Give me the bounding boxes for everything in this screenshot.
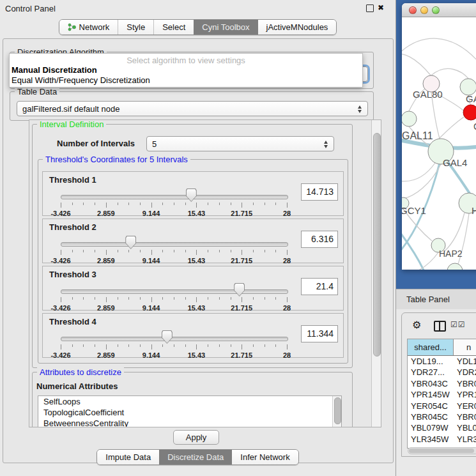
apply-button[interactable]: Apply — [173, 430, 219, 445]
list-item[interactable]: SelfLoops — [38, 396, 341, 407]
tick-mark — [253, 344, 254, 347]
table-row[interactable]: YBR045CYBR0 — [408, 411, 476, 422]
threshold-slider[interactable]: -3.4262.8599.14415.4321.71528 — [43, 283, 298, 310]
desktop: Control Panel ✖ NetworkStyleSelectCyni T… — [0, 0, 476, 476]
threshold-label: Threshold 3 — [49, 270, 96, 279]
minimize-traffic-light-icon[interactable] — [420, 6, 428, 14]
scrollbar-thumb[interactable] — [373, 133, 381, 357]
tick-mark — [265, 203, 265, 205]
tick-mark — [151, 250, 152, 255]
table-row[interactable]: YDR27...YDR2 — [408, 367, 476, 378]
network-node[interactable] — [463, 105, 476, 120]
spinner-arrows-icon — [358, 105, 362, 114]
table-row[interactable]: YBR043CYBR0 — [408, 378, 476, 389]
list-scrollbar[interactable] — [332, 396, 341, 427]
network-node[interactable] — [447, 263, 463, 270]
scrollbar-thumb[interactable] — [334, 397, 341, 424]
zoom-traffic-light-icon[interactable] — [432, 6, 440, 14]
tab-style[interactable]: Style — [118, 20, 153, 35]
close-traffic-light-icon[interactable] — [409, 6, 417, 14]
select-columns-checkboxes-icon[interactable]: ☑☑ — [450, 320, 466, 329]
tick-mark — [128, 203, 129, 205]
slider-track[interactable] — [61, 337, 288, 341]
tick-mark — [83, 250, 84, 252]
column-header-name[interactable]: n — [454, 339, 476, 355]
float-window-icon[interactable] — [366, 4, 374, 12]
tick-mark — [275, 344, 276, 347]
columns-icon[interactable] — [434, 321, 446, 332]
gear-icon[interactable]: ⚙ — [412, 319, 421, 331]
dropdown-option-equal-width-frequency[interactable]: Equal Width/Frequency Discretization — [12, 75, 150, 85]
slider-thumb[interactable] — [162, 330, 173, 344]
table-row[interactable]: YLR345WYLR3 — [408, 434, 476, 445]
settings-scroll-area: Interval Definition Number of Intervals … — [29, 119, 381, 427]
vertical-scrollbar[interactable] — [371, 120, 381, 427]
table-cell-shared-name: YDL19... — [408, 356, 454, 367]
tab-cyni-toolbox[interactable]: Cyni Toolbox — [194, 20, 257, 35]
group-title: Interval Definition — [37, 119, 106, 129]
tab-label: Cyni Toolbox — [202, 22, 249, 32]
tick-mark — [287, 250, 288, 255]
tick-label: 28 — [283, 210, 291, 217]
tick-mark — [185, 297, 186, 300]
list-item[interactable]: TopologicalCoefficient — [38, 407, 341, 418]
slider-thumb[interactable] — [186, 188, 197, 202]
tab-infer-network[interactable]: Infer Network — [232, 450, 298, 464]
network-edge — [439, 117, 464, 139]
threshold-value-field[interactable]: 21.4 — [301, 278, 338, 295]
table-cell-shared-name: YDR27... — [408, 367, 454, 378]
tick-label: -3.426 — [50, 257, 70, 265]
tick-label: 15.43 — [188, 210, 206, 217]
column-header-shared-name[interactable]: shared... — [408, 339, 454, 355]
slider-thumb-face — [234, 284, 244, 296]
tab-discretize-data[interactable]: Discretize Data — [159, 450, 232, 464]
tick-mark — [275, 250, 276, 252]
network-edge — [444, 213, 464, 252]
slider-track[interactable] — [61, 195, 288, 199]
slider-thumb[interactable] — [234, 283, 245, 296]
table-row[interactable]: YPR145WYPR1 — [408, 389, 476, 400]
number-of-intervals-select[interactable]: 5 — [146, 136, 334, 151]
threshold-3-panel: Threshold 3-3.4262.8599.14415.4321.71528… — [42, 266, 344, 311]
tab-impute-data[interactable]: Impute Data — [97, 450, 159, 464]
tick-mark — [196, 203, 197, 208]
network-node[interactable] — [402, 111, 417, 127]
threshold-value-field[interactable]: 14.713 — [301, 183, 338, 201]
table-cell-name: YER0 — [454, 401, 476, 411]
tick-mark — [287, 344, 288, 349]
network-canvas[interactable]: GAL80GALCGAL11GAL4GCY1HHAP2 — [402, 17, 476, 270]
close-icon[interactable]: ✖ — [378, 3, 384, 12]
table-cell-shared-name: YBL079W — [408, 422, 454, 433]
tick-mark — [265, 297, 265, 300]
table-row[interactable]: YER054CYER0 — [408, 401, 476, 411]
tick-mark — [231, 297, 231, 300]
network-edge — [402, 228, 425, 270]
table-row[interactable]: YBL079WYBL0 — [408, 422, 476, 433]
numerical-attributes-list[interactable]: SelfLoopsTopologicalCoefficientBetweenne… — [38, 395, 342, 427]
algorithm-dropdown-popup: Select algorithm to view settings Manual… — [9, 53, 363, 88]
table-data-select[interactable]: galFiltered.sif default node — [17, 101, 368, 116]
tick-mark — [287, 203, 288, 208]
number-of-intervals-value: 5 — [152, 139, 157, 149]
node-label: H — [472, 205, 476, 216]
tab-network[interactable]: Network — [59, 20, 118, 35]
tick-mark — [61, 250, 61, 255]
dropdown-option-manual-discretization[interactable]: Manual Discretization — [12, 65, 97, 75]
threshold-value-field[interactable]: 11.344 — [301, 325, 338, 342]
tick-label: -3.426 — [50, 210, 70, 217]
threshold-slider[interactable]: -3.4262.8599.14415.4321.71528 — [43, 236, 298, 263]
tick-label: 9.144 — [142, 351, 160, 359]
horizontal-scrollbar[interactable] — [408, 447, 476, 454]
threshold-value-field[interactable]: 6.316 — [301, 231, 338, 248]
slider-track[interactable] — [61, 289, 288, 294]
tab-jactivemnodules[interactable]: jActiveMNodules — [258, 20, 337, 35]
list-item[interactable]: BetweennessCentrality — [38, 418, 341, 427]
tab-select[interactable]: Select — [153, 20, 194, 35]
threshold-slider[interactable]: -3.4262.8599.14415.4321.71528 — [43, 188, 298, 215]
table-row[interactable]: YDL19...YDL1 — [408, 356, 476, 367]
slider-track[interactable] — [61, 242, 288, 247]
scrollbar-thumb[interactable] — [409, 449, 474, 453]
tick-label: 9.144 — [142, 257, 160, 265]
threshold-slider[interactable]: -3.4262.8599.14415.4321.71528 — [43, 330, 298, 357]
slider-thumb[interactable] — [125, 236, 136, 249]
